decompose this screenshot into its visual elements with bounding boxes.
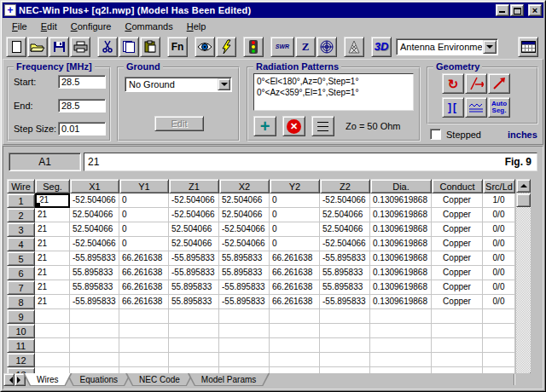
cell[interactable]: 21 [35,222,70,237]
cell[interactable] [119,353,169,367]
cell[interactable] [219,353,270,367]
dropdown-arrow-icon[interactable] [218,78,230,90]
cell[interactable] [320,338,370,353]
cell[interactable] [169,367,219,373]
cell[interactable] [370,353,432,367]
pattern-entry[interactable]: 0°<El<180°,Az=0°,Step=1° [257,76,410,87]
row-header[interactable]: 10 [7,324,35,338]
minimize-button[interactable] [496,4,509,16]
cell[interactable] [270,353,320,367]
cell[interactable]: 52.504066 [70,208,119,222]
open-file-button[interactable] [27,37,48,57]
cell[interactable]: Copper [432,222,483,237]
list-patterns-button[interactable] [311,116,334,136]
auto-segment-button[interactable]: Auto Seg. [488,97,510,118]
cell[interactable]: -55.895833 [320,295,370,309]
print-button[interactable] [70,37,90,57]
formula-bar[interactable]: 21 Fig. 9 [84,153,537,171]
cell[interactable] [219,367,270,373]
cell[interactable]: 0/0 [483,295,515,309]
cell[interactable]: 66.261638 [270,251,320,266]
cell[interactable]: -52.504066 [320,237,370,251]
translate-wire-button[interactable] [465,73,487,94]
column-header[interactable]: Z1 [169,179,219,193]
cell[interactable] [270,324,320,338]
cell[interactable]: 0.1309619868 [370,280,432,295]
cell[interactable]: Copper [432,193,483,208]
cell[interactable] [119,324,169,338]
cell[interactable]: -55.895833 [70,295,119,309]
column-header[interactable]: Wire [7,179,35,193]
menu-commands[interactable]: Commands [119,20,178,33]
cell[interactable]: -55.895833 [219,280,270,295]
pattern-entry[interactable]: 0°<Az<359°,El=1°,Step=1° [257,87,410,98]
cell[interactable] [35,353,70,367]
column-header[interactable]: Conduct [432,179,483,193]
cell[interactable]: -52.504066 [169,208,219,222]
cell[interactable] [432,309,483,324]
cell[interactable]: Copper [432,251,483,266]
cell[interactable]: 55.895833 [70,266,119,280]
environment-dropdown[interactable]: Antenna Environment [396,38,498,55]
swr-plot-button[interactable]: SWR [270,37,294,57]
cell[interactable] [320,367,370,373]
polar-plot-button[interactable] [317,37,337,57]
cell[interactable] [483,324,515,338]
cell[interactable]: 66.261638 [270,280,320,295]
row-header[interactable]: 7 [7,280,35,295]
app-icon[interactable]: + [4,4,16,16]
cell[interactable] [483,367,515,373]
cell[interactable]: 0 [119,237,169,251]
cell[interactable]: -52.504066 [219,237,270,251]
cell[interactable]: 66.261638 [270,295,320,309]
cell[interactable]: Copper [432,208,483,222]
tab-nec-code[interactable]: NEC Code [125,373,194,386]
end-frequency-input[interactable]: 28.5 [58,99,106,112]
cell[interactable] [483,338,515,353]
cell[interactable]: 0 [270,208,320,222]
cell[interactable]: 0 [119,222,169,237]
cell[interactable] [219,338,270,353]
cell[interactable] [432,324,483,338]
cell[interactable] [320,324,370,338]
vertical-scrollbar[interactable] [516,179,531,386]
cell[interactable]: Copper [432,280,483,295]
column-header[interactable]: Y1 [119,179,169,193]
cell[interactable] [432,338,483,353]
cell[interactable]: 0.1309619868 [370,251,432,266]
column-header[interactable]: Y2 [270,179,320,193]
delete-pattern-button[interactable]: ✕ [282,116,305,136]
row-header[interactable]: 6 [7,266,35,280]
cell[interactable] [35,367,70,373]
ground-dropdown[interactable]: No Ground [125,77,232,92]
cell[interactable]: -52.504066 [219,222,270,237]
cell[interactable]: 52.504066 [70,222,119,237]
cell[interactable] [119,367,169,373]
tab-model-params[interactable]: Model Params [188,373,270,386]
cell[interactable]: 66.261638 [119,251,169,266]
threed-view-button[interactable]: 3D [371,37,392,57]
cell[interactable]: 0 [119,193,169,208]
tabs-scroll-right-button[interactable] [15,373,26,386]
cell[interactable] [219,324,270,338]
step-size-input[interactable]: 0.01 [58,122,106,135]
column-header[interactable]: X2 [219,179,270,193]
run-button[interactable] [216,37,236,57]
cell[interactable]: -52.504066 [70,193,119,208]
stepped-checkbox[interactable] [430,129,441,140]
impedance-plot-button[interactable]: Z [295,37,316,57]
close-button[interactable]: × [528,4,542,16]
cell[interactable] [320,309,370,324]
cell[interactable]: 21 [35,266,70,280]
cell[interactable] [270,338,320,353]
cell[interactable]: 0/0 [483,237,515,251]
cell[interactable] [370,367,432,373]
tabs-scroll-left-button[interactable] [3,373,15,386]
cell[interactable] [219,309,270,324]
cell[interactable]: Copper [432,295,483,309]
ground-edit-button[interactable]: Edit [154,116,204,131]
cell[interactable] [370,309,432,324]
cell[interactable]: 1/0 [483,193,515,208]
row-header[interactable]: 12 [7,353,35,367]
row-header[interactable]: 4 [7,237,35,251]
